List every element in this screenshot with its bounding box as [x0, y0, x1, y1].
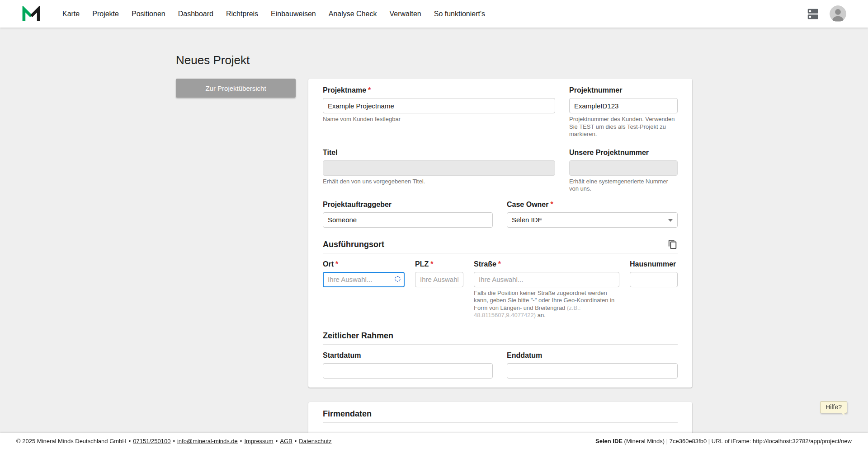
required-marker: * [430, 260, 433, 268]
copyright-text: © 2025 Mineral Minds Deutschland GmbH [16, 438, 127, 444]
projektnummer-input[interactable] [569, 98, 678, 113]
case-owner-selected-value: Selen IDE [512, 216, 542, 224]
required-marker: * [550, 201, 553, 208]
field-enddatum: Enddatum [507, 351, 678, 379]
server-icon[interactable] [806, 7, 820, 21]
back-to-project-overview-button[interactable]: Zur Projektübersicht [176, 79, 296, 98]
projektauftraggeber-input[interactable] [323, 212, 493, 228]
startdatum-label: Startdatum [323, 351, 493, 360]
separator: • [240, 438, 242, 444]
enddatum-label: Enddatum [507, 351, 678, 360]
projektname-label-text: Projektname [323, 86, 366, 94]
right-column: Projektname* Name vom Kunden festlegbar … [308, 79, 692, 449]
page-title: Neues Projekt [176, 53, 692, 67]
footer-link-datenschutz[interactable]: Datenschutz [299, 438, 331, 444]
required-marker: * [498, 260, 501, 268]
plz-label: PLZ* [415, 260, 463, 268]
enddatum-input[interactable] [507, 363, 678, 379]
nav-item-so-funktionierts[interactable]: So funktioniert's [428, 0, 491, 28]
form-row-dates: Startdatum Enddatum [323, 351, 678, 379]
nav-item-projekte[interactable]: Projekte [86, 0, 125, 28]
strasse-helper-suffix: an. [536, 312, 546, 318]
hausnummer-label: Hausnummer [630, 260, 678, 268]
separator: • [173, 438, 175, 444]
plz-input[interactable] [415, 272, 463, 287]
nav-item-karte[interactable]: Karte [56, 0, 86, 28]
section-ausfuehrungsort-title: Ausführungsort [323, 240, 384, 249]
strasse-helper-text: Falls die Position keiner Straße zugeord… [474, 290, 614, 311]
nav-item-analyse-check[interactable]: Analyse Check [322, 0, 383, 28]
unsere-projektnummer-label: Unsere Projektnummer [569, 148, 678, 157]
projektname-input[interactable] [323, 98, 555, 113]
left-column: Zur Projektübersicht [176, 79, 296, 98]
session-details: (Mineral Minds) | 7ce360e83fb0 | URL of … [623, 438, 852, 444]
field-ort: Ort* [323, 260, 405, 287]
section-zeitlicher-rahmen-title: Zeitlicher Rahmen [323, 331, 393, 341]
ort-label-text: Ort [323, 260, 334, 268]
footer: © 2025 Mineral Minds Deutschland GmbH•07… [0, 433, 868, 449]
footer-left: © 2025 Mineral Minds Deutschland GmbH•07… [16, 438, 332, 444]
copy-icon[interactable] [668, 239, 678, 249]
titel-input [323, 160, 555, 176]
field-projektname: Projektname* Name vom Kunden festlegbar [323, 86, 555, 123]
projektnummer-helper: Projektnummer des Kunden. Verwenden Sie … [569, 116, 678, 138]
form-row-titel: Titel Erhält den von uns vorgegebenen Ti… [323, 148, 678, 193]
help-button[interactable]: Hilfe? [820, 401, 847, 413]
ort-label: Ort* [323, 260, 405, 268]
hausnummer-input[interactable] [630, 272, 678, 287]
main-nav: Karte Projekte Positionen Dashboard Rich… [56, 0, 491, 28]
nav-item-einbauweisen[interactable]: Einbauweisen [264, 0, 322, 28]
nav-item-richtpreis[interactable]: Richtpreis [220, 0, 264, 28]
case-owner-select[interactable]: Selen IDE [507, 212, 678, 228]
titel-label: Titel [323, 148, 555, 157]
chevron-down-icon [668, 219, 673, 222]
field-projektnummer: Projektnummer Projektnummer des Kunden. … [569, 86, 678, 138]
form-row-address: Ort* PLZ* [323, 260, 678, 319]
field-hausnummer: Hausnummer [630, 260, 678, 287]
nav-item-dashboard[interactable]: Dashboard [172, 0, 220, 28]
projektname-label: Projektname* [323, 86, 555, 94]
navbar-actions [806, 5, 846, 22]
projektname-helper: Name vom Kunden festlegbar [323, 116, 555, 123]
startdatum-input[interactable] [323, 363, 493, 379]
field-strasse: Straße* Falls die Position keiner Straße… [474, 260, 619, 319]
unsere-projektnummer-helper: Erhält eine systemgenerierte Nummer von … [569, 178, 678, 193]
separator: • [295, 438, 297, 444]
logo-m-icon [22, 6, 41, 22]
ort-input[interactable] [323, 272, 405, 287]
case-owner-label: Case Owner* [507, 200, 678, 209]
projektauftraggeber-label: Projektauftraggeber [323, 200, 493, 209]
loading-spinner [395, 276, 401, 282]
strasse-input[interactable] [474, 272, 619, 287]
footer-link-email[interactable]: info@mineral-minds.de [177, 438, 238, 444]
nav-item-verwalten[interactable]: Verwalten [383, 0, 427, 28]
required-marker: * [335, 260, 338, 268]
form-row-name-number: Projektname* Name vom Kunden festlegbar … [323, 86, 678, 138]
strasse-label-text: Straße [474, 260, 496, 268]
strasse-helper: Falls die Position keiner Straße zugeord… [474, 290, 619, 319]
nav-item-positionen[interactable]: Positionen [125, 0, 172, 28]
case-owner-label-text: Case Owner [507, 201, 548, 208]
section-firmendaten-title: Firmendaten [323, 409, 372, 419]
main-content: Neues Projekt Zur Projektübersicht Proje… [176, 53, 692, 449]
section-ausfuehrungsort-header: Ausführungsort [323, 239, 678, 253]
required-marker: * [368, 86, 371, 94]
footer-session-info: Selen IDE (Mineral Minds) | 7ce360e83fb0… [595, 438, 852, 444]
user-avatar-icon[interactable] [830, 5, 846, 22]
projektnummer-label: Projektnummer [569, 86, 678, 94]
strasse-label: Straße* [474, 260, 619, 268]
field-plz: PLZ* [415, 260, 463, 287]
footer-link-impressum[interactable]: Impressum [244, 438, 273, 444]
field-case-owner: Case Owner* Selen IDE [507, 200, 678, 228]
footer-link-phone[interactable]: 07151/250100 [133, 438, 170, 444]
form-row-auftraggeber: Projektauftraggeber Case Owner* Selen ID… [323, 200, 678, 228]
section-firmendaten-header: Firmendaten [323, 409, 678, 423]
field-titel: Titel Erhält den von uns vorgegebenen Ti… [323, 148, 555, 186]
separator: • [276, 438, 278, 444]
plz-label-text: PLZ [415, 260, 429, 268]
separator: • [129, 438, 131, 444]
footer-link-agb[interactable]: AGB [280, 438, 292, 444]
section-zeitlicher-rahmen-header: Zeitlicher Rahmen [323, 331, 678, 345]
mineral-minds-logo[interactable] [22, 6, 41, 22]
unsere-projektnummer-input [569, 160, 678, 176]
